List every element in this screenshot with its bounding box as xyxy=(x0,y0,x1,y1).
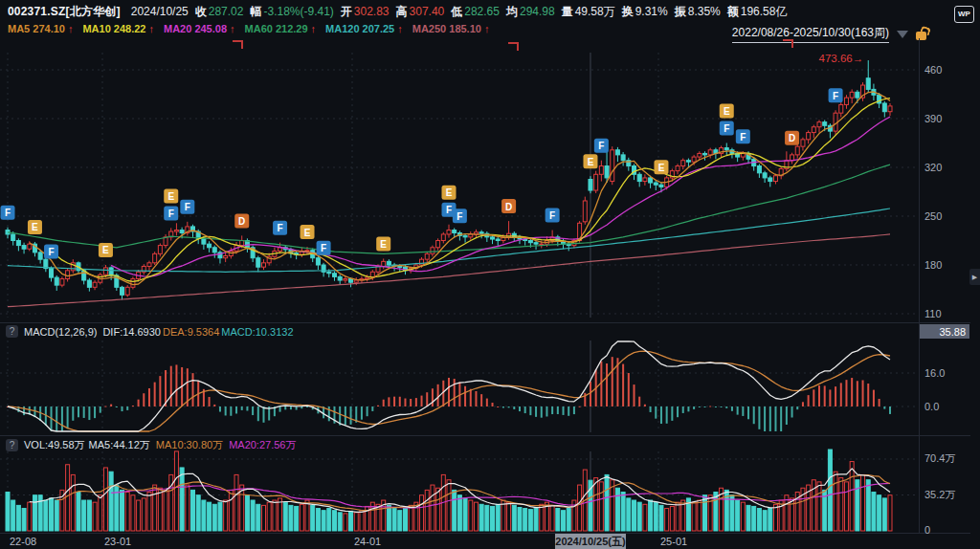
event-marker-F[interactable]: F xyxy=(829,88,843,102)
svg-text:35.88: 35.88 xyxy=(939,326,966,338)
svg-text:E: E xyxy=(658,163,665,173)
vol-value: VOL:49.58万 xyxy=(24,438,85,452)
svg-text:25-01: 25-01 xyxy=(660,536,687,547)
macd-help-button[interactable]: ? xyxy=(6,325,18,338)
drawing-annotations xyxy=(233,40,792,51)
sidebar-expand-arrow[interactable]: ▶ xyxy=(969,269,980,285)
event-marker-E[interactable]: E xyxy=(164,188,178,203)
svg-text:0: 0 xyxy=(924,524,930,536)
macd-value-badge: 35.88 xyxy=(920,324,969,339)
event-marker-F[interactable]: F xyxy=(164,206,178,220)
event-marker-F[interactable]: F xyxy=(1,206,15,220)
svg-text:F: F xyxy=(724,123,729,134)
macd-title: MACD(12,26,9) xyxy=(24,326,97,338)
vol-ma5-value: MA5:44.12万 xyxy=(89,438,150,452)
svg-text:E: E xyxy=(32,222,38,232)
svg-text:70.4万: 70.4万 xyxy=(924,452,955,464)
event-marker-F[interactable]: F xyxy=(44,244,58,258)
svg-text:460: 460 xyxy=(924,64,942,76)
svg-text:D: D xyxy=(789,133,795,143)
event-marker-E[interactable]: E xyxy=(442,186,457,200)
svg-text:E: E xyxy=(380,239,387,250)
svg-text:F: F xyxy=(168,209,174,219)
svg-text:35.2万: 35.2万 xyxy=(924,489,955,500)
macd-dea-value: DEA:9.5364 xyxy=(163,326,219,338)
gridlines xyxy=(0,53,919,532)
svg-text:F: F xyxy=(321,243,326,253)
volume-help-button[interactable]: ? xyxy=(6,439,18,451)
event-marker-F[interactable]: F xyxy=(546,209,560,223)
macd-dif-value: DIF:14.6930 xyxy=(102,326,161,338)
svg-text:F: F xyxy=(278,223,283,233)
macd-pane-header: ? MACD(12,26,9) DIF:14.6930 DEA:9.5364 M… xyxy=(6,325,294,338)
selected-date-label: 2024/10/25(五) xyxy=(555,534,626,549)
svg-text:D: D xyxy=(505,202,512,212)
event-marker-E[interactable]: E xyxy=(99,243,113,257)
svg-text:F: F xyxy=(598,141,604,151)
pane-separators xyxy=(0,38,970,534)
event-marker-D[interactable]: D xyxy=(234,213,249,228)
svg-text:110: 110 xyxy=(924,308,942,319)
svg-text:E: E xyxy=(588,157,594,167)
svg-text:E: E xyxy=(724,106,730,117)
svg-text:22-08: 22-08 xyxy=(10,536,36,547)
svg-text:F: F xyxy=(185,202,190,212)
svg-text:F: F xyxy=(48,247,54,257)
macd-indicator xyxy=(7,341,891,431)
svg-text:F: F xyxy=(446,205,452,215)
svg-text:E: E xyxy=(167,191,174,202)
event-marker-E[interactable]: E xyxy=(720,103,734,118)
event-marker-F[interactable]: F xyxy=(273,221,287,235)
macd-macd-value: MACD:10.3132 xyxy=(221,326,293,338)
trading-app-window: 002371.SZ[北方华创] 2024/10/25 收287.02幅-3.18… xyxy=(0,0,980,549)
event-marker-F[interactable]: F xyxy=(317,241,331,255)
svg-text:250: 250 xyxy=(924,210,942,222)
svg-text:180: 180 xyxy=(924,259,942,271)
event-markers: FEFEEFFDFEFEEFFDFEFEEFFDF xyxy=(1,88,843,258)
svg-text:F: F xyxy=(740,132,746,143)
vol-ma10-value: MA10:30.80万 xyxy=(156,438,223,452)
svg-text:D: D xyxy=(238,216,245,227)
event-marker-F[interactable]: F xyxy=(736,129,750,143)
axis-labels: 46039032025018011016.00.070.4万35.2万0 xyxy=(924,64,955,536)
svg-text:F: F xyxy=(457,211,462,222)
chart-canvas[interactable]: FEFEEFFDFEFEEFFDFEFEEFFDF473.66→46039032… xyxy=(0,0,980,549)
event-marker-E[interactable]: E xyxy=(583,154,597,168)
volume-pane-header: ? VOL:49.58万 MA5:44.12万 MA10:30.80万 MA20… xyxy=(6,438,296,452)
svg-text:F: F xyxy=(833,91,838,101)
event-marker-D[interactable]: D xyxy=(501,199,516,213)
event-marker-F[interactable]: F xyxy=(180,200,194,214)
event-marker-F[interactable]: F xyxy=(720,121,734,135)
svg-text:390: 390 xyxy=(924,113,942,124)
event-marker-E[interactable]: E xyxy=(376,236,390,251)
svg-text:2024/10/25(五): 2024/10/25(五) xyxy=(555,536,626,547)
svg-text:24-01: 24-01 xyxy=(354,536,381,547)
event-marker-F[interactable]: F xyxy=(453,209,467,223)
svg-text:320: 320 xyxy=(924,162,942,173)
svg-text:473.66→: 473.66→ xyxy=(819,53,864,64)
vol-ma20-value: MA20:27.56万 xyxy=(229,438,296,452)
svg-text:E: E xyxy=(304,228,311,238)
svg-text:F: F xyxy=(5,208,11,218)
event-marker-F[interactable]: F xyxy=(594,139,609,153)
event-marker-E[interactable]: E xyxy=(654,160,668,174)
event-marker-E[interactable]: E xyxy=(28,220,42,234)
svg-text:23-01: 23-01 xyxy=(104,536,131,547)
svg-text:F: F xyxy=(549,210,555,221)
svg-text:E: E xyxy=(446,187,453,198)
event-marker-D[interactable]: D xyxy=(785,131,799,145)
high-annotation: 473.66→ xyxy=(819,53,864,64)
svg-text:0.0: 0.0 xyxy=(924,401,939,412)
event-marker-E[interactable]: E xyxy=(301,225,315,239)
svg-text:16.0: 16.0 xyxy=(924,367,945,379)
svg-text:E: E xyxy=(102,245,109,255)
